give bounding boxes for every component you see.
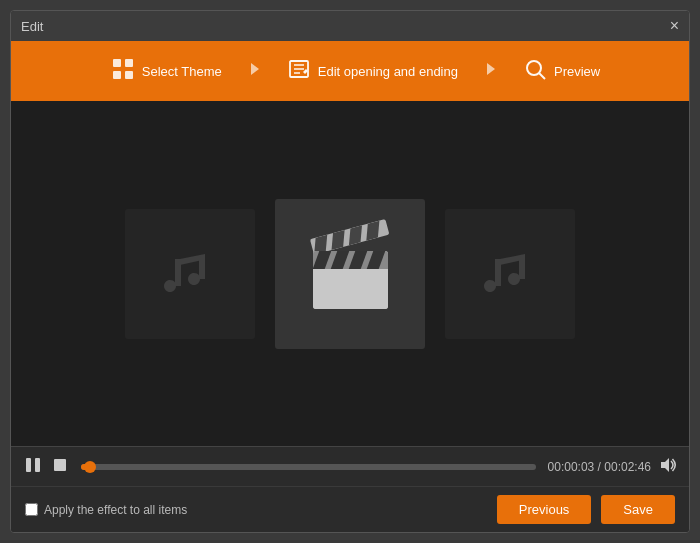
time-separator: / (594, 460, 604, 474)
svg-rect-1 (125, 59, 133, 67)
close-button[interactable]: × (670, 18, 679, 34)
select-theme-icon (112, 58, 134, 85)
svg-line-8 (539, 73, 545, 79)
select-theme-tab[interactable]: Select Theme (82, 58, 240, 85)
clapperboard-icon (313, 239, 388, 309)
previous-button[interactable]: Previous (497, 495, 592, 524)
window-title: Edit (21, 19, 43, 34)
carousel-item-right[interactable] (445, 209, 575, 339)
edit-window: Edit × Select Theme (10, 10, 690, 533)
carousel-item-center[interactable] (275, 199, 425, 349)
svg-rect-11 (54, 459, 66, 471)
svg-rect-2 (113, 71, 121, 79)
edit-opening-label: Edit opening and ending (318, 64, 458, 79)
toolbar: Select Theme Edit opening and ending (11, 41, 689, 101)
svg-rect-9 (26, 458, 31, 472)
controls-bar: 00:00:03 / 00:02:46 (11, 446, 689, 486)
apply-effect-label: Apply the effect to all items (44, 503, 187, 517)
volume-icon[interactable] (659, 456, 677, 478)
edit-opening-icon (288, 58, 310, 85)
carousel (125, 199, 575, 349)
title-bar: Edit × (11, 11, 689, 41)
apply-effect-checkbox[interactable] (25, 503, 38, 516)
content-area (11, 101, 689, 446)
preview-icon (524, 58, 546, 85)
edit-opening-tab[interactable]: Edit opening and ending (270, 58, 476, 85)
time-total: 00:02:46 (604, 460, 651, 474)
save-button[interactable]: Save (601, 495, 675, 524)
preview-tab[interactable]: Preview (506, 58, 618, 85)
select-theme-label: Select Theme (142, 64, 222, 79)
stop-button[interactable] (51, 458, 69, 476)
preview-label: Preview (554, 64, 600, 79)
arrow-1 (246, 60, 264, 83)
bottom-buttons: Previous Save (497, 495, 675, 524)
svg-rect-0 (113, 59, 121, 67)
progress-handle[interactable] (84, 461, 96, 473)
svg-rect-3 (125, 71, 133, 79)
arrow-2 (482, 60, 500, 83)
svg-marker-4 (251, 63, 259, 75)
bottom-bar: Apply the effect to all items Previous S… (11, 486, 689, 532)
time-current: 00:00:03 (548, 460, 595, 474)
svg-rect-10 (35, 458, 40, 472)
progress-bar[interactable] (81, 464, 536, 470)
svg-point-7 (527, 61, 541, 75)
play-pause-button[interactable] (23, 457, 43, 477)
time-display: 00:00:03 / 00:02:46 (548, 460, 651, 474)
carousel-item-left[interactable] (125, 209, 255, 339)
svg-marker-12 (661, 458, 669, 472)
svg-marker-6 (487, 63, 495, 75)
apply-effect-checkbox-label[interactable]: Apply the effect to all items (25, 503, 187, 517)
